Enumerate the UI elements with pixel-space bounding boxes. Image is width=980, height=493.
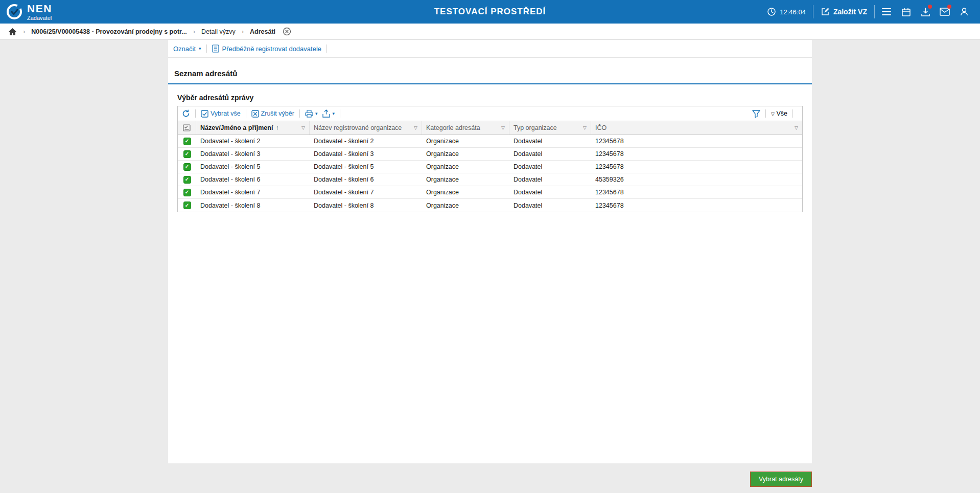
chevron-down-icon: ▽ xyxy=(771,111,775,117)
funnel-icon xyxy=(752,110,760,118)
cell-category: Organizace xyxy=(422,138,509,145)
checkbox-cross-icon xyxy=(251,110,259,118)
footer-actions: Vybrat adresáty xyxy=(168,472,812,487)
clear-selection-button[interactable]: Zrušit výběr xyxy=(251,110,294,118)
mail-icon xyxy=(940,8,950,16)
printer-icon xyxy=(305,110,313,118)
row-checkbox[interactable]: ✓ xyxy=(183,189,191,196)
cell-type: Dodavatel xyxy=(509,189,591,196)
table-row[interactable]: ✓ Dodavatel - školení 3 Dodavatel - škol… xyxy=(178,148,802,161)
section-header: Seznam adresátů xyxy=(168,58,812,84)
brand[interactable]: NEN Zadavatel xyxy=(6,3,52,21)
top-bar: NEN Zadavatel TESTOVACÍ PROSTŘEDÍ 12:46:… xyxy=(0,0,980,24)
checkbox-checked-icon xyxy=(201,110,208,118)
calendar-icon xyxy=(901,7,911,17)
scope-label: Vše xyxy=(776,110,787,117)
breadcrumb-item-case[interactable]: N006/25/V00005438 - Provozování prodejny… xyxy=(31,28,186,35)
check-icon: ✓ xyxy=(185,203,189,208)
preregister-supplier-button[interactable]: Předběžně registrovat dodavatele xyxy=(212,44,321,53)
column-filter-icon[interactable]: ▽ xyxy=(298,125,305,130)
chevron-down-icon: ▾ xyxy=(332,111,335,116)
cell-org: Dodavatel - školení 6 xyxy=(310,176,422,183)
column-filter-icon[interactable]: ▽ xyxy=(411,125,417,130)
calendar-button[interactable] xyxy=(896,2,916,21)
column-header-name[interactable]: Název/Jméno a příjmení ↑ ▽ xyxy=(196,121,310,135)
create-vz-button[interactable]: Založit VZ xyxy=(815,7,872,16)
cell-org: Dodavatel - školení 5 xyxy=(310,163,422,170)
cell-ico: 12345678 xyxy=(591,163,802,170)
cell-type: Dodavatel xyxy=(509,176,591,183)
toolbar-divider xyxy=(206,44,207,53)
breadcrumb-separator: › xyxy=(23,28,25,35)
page-title: Seznam adresátů xyxy=(174,69,237,78)
toolbar-divider xyxy=(792,109,793,118)
chevron-down-icon: ▾ xyxy=(315,111,318,116)
column-filter-icon[interactable]: ▽ xyxy=(498,125,505,130)
grid-toolbar-right: ▽ Vše xyxy=(752,109,798,118)
toolbar-divider xyxy=(340,109,340,118)
home-icon xyxy=(8,28,17,36)
table-row[interactable]: ✓ Dodavatel - školení 7 Dodavatel - škol… xyxy=(178,186,802,199)
toolbar-divider xyxy=(246,109,246,118)
cell-category: Organizace xyxy=(422,163,509,170)
downloads-button[interactable] xyxy=(916,2,935,21)
table-row[interactable]: ✓ Dodavatel - školení 2 Dodavatel - škol… xyxy=(178,135,802,148)
cell-category: Organizace xyxy=(422,176,509,183)
cell-type: Dodavatel xyxy=(509,150,591,158)
notification-badge xyxy=(947,5,951,9)
cell-org: Dodavatel - školení 7 xyxy=(310,189,422,196)
home-button[interactable] xyxy=(8,28,17,36)
refresh-icon xyxy=(182,109,190,118)
column-header-org[interactable]: Název registrované organizace ▽ xyxy=(310,121,422,135)
create-vz-label: Založit VZ xyxy=(833,8,867,16)
cell-ico: 12345678 xyxy=(591,189,802,196)
close-tab-button[interactable] xyxy=(283,27,291,36)
header-divider xyxy=(874,5,875,18)
column-filter-icon[interactable]: ▽ xyxy=(580,125,587,130)
column-header-category[interactable]: Kategorie adresáta ▽ xyxy=(422,121,509,135)
refresh-button[interactable] xyxy=(182,109,190,118)
row-checkbox[interactable]: ✓ xyxy=(183,150,191,158)
filter-button[interactable] xyxy=(752,110,760,118)
select-addressees-button[interactable]: Vybrat adresáty xyxy=(750,472,812,487)
menu-button[interactable] xyxy=(877,2,896,21)
table-row[interactable]: ✓ Dodavatel - školení 6 Dodavatel - škol… xyxy=(178,173,802,186)
cell-name: Dodavatel - školení 8 xyxy=(196,202,310,209)
cell-name: Dodavatel - školení 6 xyxy=(196,176,310,183)
breadcrumb: › N006/25/V00005438 - Provozování prodej… xyxy=(0,24,980,40)
clear-selection-label: Zrušit výběr xyxy=(261,110,294,117)
toolbar-divider xyxy=(195,109,196,118)
cell-org: Dodavatel - školení 3 xyxy=(310,150,422,158)
row-checkbox[interactable]: ✓ xyxy=(183,163,191,171)
check-icon: ✓ xyxy=(185,151,189,156)
close-circle-icon xyxy=(283,27,291,36)
mark-label: Označit xyxy=(173,45,196,53)
print-button[interactable]: ▾ xyxy=(305,110,318,118)
scope-dropdown[interactable]: ▽ Vše xyxy=(771,110,787,117)
column-header-select[interactable] xyxy=(178,121,196,135)
row-checkbox[interactable]: ✓ xyxy=(183,201,191,209)
clock-icon xyxy=(767,7,776,16)
breadcrumb-item-detail[interactable]: Detail výzvy xyxy=(201,28,236,35)
cell-ico: 12345678 xyxy=(591,138,802,145)
cell-name: Dodavatel - školení 7 xyxy=(196,189,310,196)
content-panel: Označit ▾ Předběžně registrovat dodavate… xyxy=(168,40,812,463)
cell-ico: 12345678 xyxy=(591,202,802,209)
mark-dropdown-button[interactable]: Označit ▾ xyxy=(173,45,201,53)
profile-button[interactable] xyxy=(954,2,974,21)
column-header-ico[interactable]: IČO ▽ xyxy=(591,121,802,135)
select-all-button[interactable]: Vybrat vše xyxy=(201,110,241,118)
row-checkbox[interactable]: ✓ xyxy=(183,138,191,145)
breadcrumb-item-current[interactable]: Adresáti xyxy=(250,28,275,35)
table-row[interactable]: ✓ Dodavatel - školení 5 Dodavatel - škol… xyxy=(178,161,802,173)
cell-type: Dodavatel xyxy=(509,138,591,145)
user-icon xyxy=(960,7,969,16)
export-button[interactable]: ▾ xyxy=(322,109,335,118)
cell-name: Dodavatel - školení 5 xyxy=(196,163,310,170)
messages-button[interactable] xyxy=(935,2,954,21)
table-row[interactable]: ✓ Dodavatel - školení 8 Dodavatel - škol… xyxy=(178,199,802,212)
row-checkbox[interactable]: ✓ xyxy=(183,176,191,184)
column-filter-icon[interactable]: ▽ xyxy=(791,125,798,130)
current-time: 12:46:04 xyxy=(780,8,806,16)
column-header-type[interactable]: Typ organizace ▽ xyxy=(509,121,591,135)
